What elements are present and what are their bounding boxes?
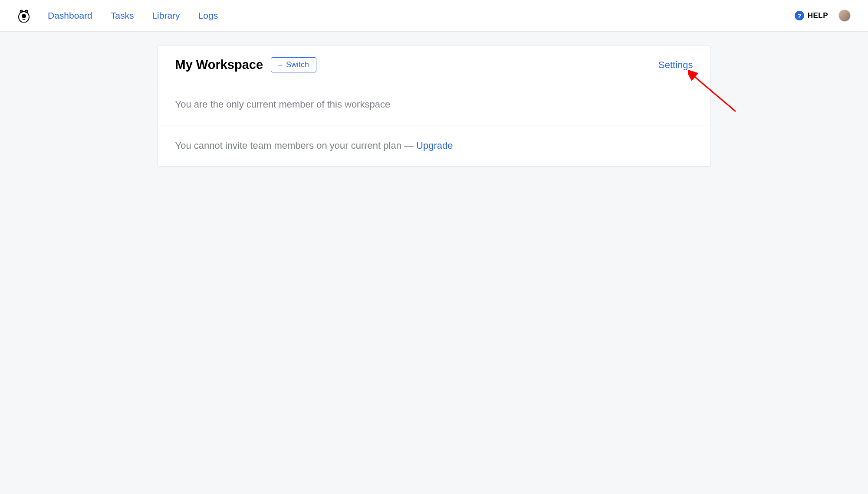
workspace-header: My Workspace → Switch Settings xyxy=(158,46,710,84)
main-content: My Workspace → Switch Settings You are t… xyxy=(0,32,868,180)
svg-point-2 xyxy=(26,10,28,13)
nav-right: ? HELP xyxy=(795,10,851,22)
help-icon: ? xyxy=(795,11,804,20)
upgrade-link[interactable]: Upgrade xyxy=(416,140,453,151)
nav-dashboard[interactable]: Dashboard xyxy=(48,10,92,21)
arrow-right-icon: → xyxy=(276,61,283,69)
app-logo[interactable] xyxy=(17,9,30,23)
user-avatar[interactable] xyxy=(838,10,851,22)
top-navigation: Dashboard Tasks Library Logs ? HELP xyxy=(0,0,868,32)
workspace-card: My Workspace → Switch Settings You are t… xyxy=(158,46,711,167)
member-status-text: You are the only current member of this … xyxy=(175,99,391,110)
switch-workspace-button[interactable]: → Switch xyxy=(271,57,316,72)
help-link[interactable]: ? HELP xyxy=(795,11,828,20)
invite-row: You cannot invite team members on your c… xyxy=(158,125,710,166)
switch-label: Switch xyxy=(286,60,309,69)
nav-library[interactable]: Library xyxy=(152,10,180,21)
member-status-row: You are the only current member of this … xyxy=(158,84,710,125)
svg-point-3 xyxy=(22,14,26,18)
workspace-title: My Workspace xyxy=(175,58,263,72)
svg-point-1 xyxy=(20,10,23,13)
nav-tasks[interactable]: Tasks xyxy=(111,10,134,21)
invite-prefix-text: You cannot invite team members on your c… xyxy=(175,140,417,151)
help-label: HELP xyxy=(808,11,828,20)
workspace-header-left: My Workspace → Switch xyxy=(175,57,317,72)
nav-links: Dashboard Tasks Library Logs xyxy=(48,10,795,21)
nav-logs[interactable]: Logs xyxy=(198,10,218,21)
logo-icon xyxy=(17,9,30,23)
settings-link[interactable]: Settings xyxy=(658,59,693,71)
